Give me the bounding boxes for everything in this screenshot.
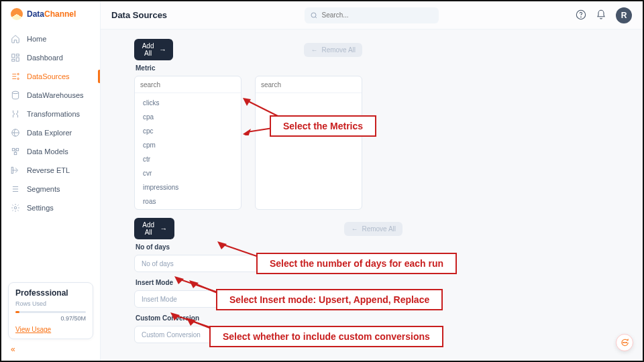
sidebar-item-label: Segments (27, 185, 60, 193)
brand-logo[interactable]: DataChannel (1, 8, 100, 27)
metric-option[interactable]: cpc (135, 124, 241, 138)
sidebar-item-label: DataWarehouses (27, 91, 84, 99)
metric-option[interactable]: cvr (135, 166, 241, 180)
sidebar-item-datamodels[interactable]: Data Models (1, 142, 100, 161)
sidebar-item-label: Dashboard (27, 54, 63, 62)
sidebar-item-segments[interactable]: Segments (1, 180, 100, 198)
metric-option[interactable]: cpm (135, 138, 241, 152)
remove-all-days-button[interactable]: ←Remove All (344, 222, 402, 236)
sidebar-item-transformations[interactable]: Transformations (1, 105, 100, 123)
custom-conversion-label: Custom Conversion (136, 314, 621, 322)
insert-mode-label: Insert Mode (136, 279, 621, 286)
add-all-days-button[interactable]: Add All→ (134, 218, 174, 239)
sidebar-item-datawarehouses[interactable]: DataWarehouses (1, 86, 100, 105)
svg-rect-3 (12, 59, 15, 61)
metric-available-search[interactable] (140, 81, 235, 88)
models-icon (11, 147, 20, 156)
plan-title: Professsional (15, 288, 86, 298)
sidebar-item-settings[interactable]: Settings (1, 198, 100, 217)
add-all-metric-button[interactable]: Add All→ (134, 39, 173, 60)
gear-icon (11, 203, 20, 213)
metric-available-list[interactable]: clickscpacpccpmctrcvrimpressionsroasspen… (134, 76, 241, 210)
metric-option[interactable]: roas (135, 194, 241, 208)
svg-point-12 (14, 206, 17, 209)
metric-option[interactable]: spent (135, 208, 241, 209)
search-input[interactable] (322, 11, 433, 19)
transform-icon (11, 109, 20, 119)
metric-selected-search[interactable] (261, 81, 356, 88)
callout-days: Select the number of days for each run (256, 253, 457, 274)
sidebar-item-label: Data Explorer (27, 129, 72, 137)
search-icon (310, 11, 318, 19)
home-icon (11, 34, 20, 44)
reverse-etl-icon (11, 166, 20, 175)
arrow-right-icon: → (160, 225, 168, 233)
arrow-left-icon: ← (351, 225, 358, 233)
metric-option[interactable]: clicks (135, 96, 241, 110)
metric-label: Metric (136, 64, 621, 72)
global-search[interactable] (305, 7, 439, 23)
days-label: No of days (136, 243, 621, 251)
sidebar-item-dataexplorer[interactable]: Data Explorer (1, 123, 100, 142)
sidebar-item-label: Home (27, 35, 46, 43)
notifications-button[interactable] (596, 9, 606, 21)
sidebar: DataChannel Home Dashboard DataSources D… (1, 1, 101, 361)
plan-usage-count: 0.97/50M (15, 315, 86, 322)
sidebar-item-label: Settings (27, 204, 54, 212)
sidebar-item-label: Reverse ETL (27, 166, 70, 174)
logo-icon (11, 8, 23, 20)
svg-rect-2 (16, 58, 19, 61)
callout-insert: Select Insert mode: Upsert, Append, Repl… (216, 289, 443, 310)
sidebar-item-dashboard[interactable]: Dashboard (1, 48, 100, 67)
metric-option[interactable]: impressions (135, 180, 241, 194)
main-content: Add All→ ←Remove All Metric clickscpacpc… (101, 29, 643, 361)
database-icon (11, 90, 20, 100)
avatar[interactable]: R (616, 7, 632, 23)
svg-point-31 (625, 342, 625, 343)
datasources-icon (11, 72, 20, 81)
svg-point-6 (12, 91, 18, 94)
plan-usage-bar (15, 311, 86, 313)
chat-fab[interactable] (616, 334, 633, 351)
svg-point-13 (311, 13, 316, 17)
svg-rect-0 (12, 54, 15, 58)
plan-card: Professsional Rows Used 0.97/50M View Us… (8, 282, 93, 339)
svg-rect-8 (12, 148, 15, 151)
topbar: Data Sources R (101, 1, 643, 29)
sidebar-item-home[interactable]: Home (1, 29, 100, 48)
metric-option[interactable]: ctr (135, 152, 241, 166)
svg-rect-1 (16, 54, 19, 56)
sidebar-item-label: Transformations (27, 110, 80, 118)
sidebar-item-label: DataSources (27, 72, 70, 80)
metric-option[interactable]: cpa (135, 110, 241, 124)
arrow-left-icon: ← (311, 46, 317, 54)
metric-selected-list[interactable] (255, 76, 362, 210)
explorer-icon (11, 128, 20, 137)
svg-rect-11 (11, 167, 13, 173)
svg-rect-10 (14, 152, 17, 155)
dashboard-icon (11, 53, 20, 62)
page-title: Data Sources (111, 10, 167, 20)
svg-point-15 (581, 16, 582, 17)
sidebar-nav: Home Dashboard DataSources DataWarehouse… (1, 27, 100, 277)
callout-metrics: Select the Metrics (270, 115, 376, 137)
brand-name: DataChannel (27, 9, 76, 19)
callout-custom: Select whether to include custom convers… (209, 326, 443, 347)
segments-icon (11, 184, 20, 194)
svg-point-30 (623, 342, 624, 343)
svg-point-4 (17, 73, 19, 74)
svg-point-5 (17, 78, 19, 79)
plan-subtitle: Rows Used (15, 300, 86, 307)
remove-all-metric-button[interactable]: ←Remove All (304, 43, 362, 57)
sidebar-item-label: Data Models (27, 147, 68, 156)
sidebar-item-reverseetl[interactable]: Reverse ETL (1, 161, 100, 180)
help-button[interactable] (576, 9, 586, 21)
svg-rect-9 (16, 148, 19, 151)
collapse-sidebar-button[interactable]: « (1, 342, 100, 357)
arrow-right-icon: → (159, 46, 166, 54)
svg-point-32 (626, 342, 627, 343)
view-usage-link[interactable]: View Usage (15, 326, 51, 333)
sidebar-item-datasources[interactable]: DataSources (1, 67, 100, 86)
